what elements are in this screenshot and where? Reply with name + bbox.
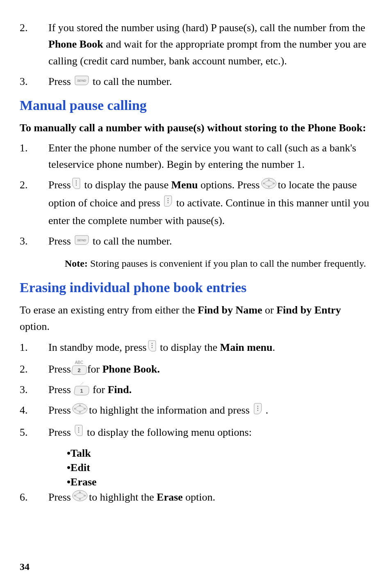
svg-point-18: [257, 408, 258, 409]
list3-item5: 5. Press to display the following menu o…: [20, 424, 371, 442]
text-bold: Find by Name: [198, 304, 262, 316]
svg-text:SEND: SEND: [77, 238, 86, 242]
text: or: [262, 304, 277, 316]
text: Press: [48, 404, 71, 416]
text-bold: Find by Entry: [276, 304, 341, 316]
intro-text: To erase an existing entry from either t…: [20, 302, 371, 335]
list-number: 1.: [20, 339, 48, 357]
text: to call the number.: [90, 235, 172, 247]
list-text: Press .-'1 for Find.: [48, 382, 371, 398]
text: to call the number.: [90, 76, 172, 87]
menu-right-key-icon: [253, 403, 262, 420]
list-text: PressABC2for Phone Book.: [48, 361, 371, 378]
heading-erasing: Erasing individual phone book entries: [20, 277, 371, 299]
text: to display the pause: [82, 179, 171, 191]
list3-item3: 3. Press .-'1 for Find.: [20, 382, 371, 398]
svg-point-2: [76, 183, 77, 183]
svg-text:1: 1: [80, 388, 83, 394]
bullet-edit: •Edit: [67, 460, 371, 475]
text: .: [273, 341, 275, 353]
svg-point-10: [152, 343, 152, 343]
text-bold: Phone Book: [48, 38, 103, 50]
page-content: 2. If you stored the number using (hard)…: [20, 20, 371, 507]
list-number: 1.: [20, 140, 48, 173]
text: Press: [48, 76, 73, 87]
svg-point-21: [78, 430, 79, 430]
text: To erase an existing entry from either t…: [20, 304, 198, 316]
bullet-list: •Talk •Edit •Erase: [67, 446, 371, 489]
nav-key-icon: [261, 177, 277, 194]
svg-point-3: [76, 185, 77, 185]
svg-point-19: [257, 410, 258, 411]
key-2-label: ABC: [75, 359, 84, 366]
text-bold: Erase: [157, 491, 183, 503]
note-text: Storing pauses is convenient if you plan…: [88, 258, 366, 269]
nav-key-icon: [72, 403, 88, 420]
heading-manual-pause: Manual pause calling: [20, 95, 371, 117]
list-number: 2.: [20, 177, 48, 229]
list-text: Press SEND to call the number.: [48, 233, 371, 250]
key-2-icon: ABC2: [71, 364, 87, 376]
svg-text:2: 2: [77, 367, 80, 373]
bullet-erase: •Erase: [67, 475, 371, 489]
page-number: 34: [20, 561, 30, 572]
subheading: To manually call a number with pause(s) …: [20, 120, 371, 136]
list-text: In standby mode, press to display the Ma…: [48, 339, 371, 357]
list2-item1: 1. Enter the phone number of the service…: [20, 140, 371, 173]
list-text: Press SEND to call the number.: [48, 73, 371, 91]
list-number: 5.: [20, 424, 48, 442]
key-1-label: .-': [80, 381, 83, 387]
menu-left-key-icon: [72, 177, 81, 194]
list-text: Press to display the pause Menu options.…: [48, 177, 371, 229]
menu-left-key-icon: [148, 340, 157, 357]
list-number: 2.: [20, 20, 48, 69]
note: Note: Storing pauses is convenient if yo…: [65, 256, 371, 271]
svg-point-20: [78, 428, 79, 428]
text: to highlight the: [89, 491, 157, 503]
text: Press: [48, 426, 73, 438]
svg-point-17: [257, 406, 258, 407]
svg-point-6: [168, 198, 168, 199]
list2-item2: 2. Press to display the pause Menu optio…: [20, 177, 371, 229]
nav-key-icon: [72, 490, 88, 507]
list2-item3: 3. Press SEND to call the number.: [20, 233, 371, 250]
list-number: 3.: [20, 382, 48, 398]
key-1-icon: .-'1: [73, 384, 90, 397]
text: Press: [48, 384, 73, 396]
text: for: [90, 384, 107, 396]
list-number: 4.: [20, 402, 48, 420]
svg-point-11: [152, 345, 152, 345]
list1-item3: 3. Press SEND to call the number.: [20, 73, 371, 91]
text: .: [263, 404, 268, 416]
text: In standby mode, press: [48, 341, 147, 353]
list-number: 6.: [20, 489, 48, 507]
list3-item1: 1. In standby mode, press to display the…: [20, 339, 371, 357]
text-bold: Main menu: [220, 341, 273, 353]
list3-item6: 6. Pressto highlight the Erase option.: [20, 489, 371, 507]
list-number: 2.: [20, 361, 48, 378]
list-text: Enter the phone number of the service yo…: [48, 140, 371, 173]
svg-point-7: [168, 200, 168, 201]
send-key-icon: SEND: [74, 234, 89, 250]
menu-left-key-icon: [74, 424, 83, 442]
text: to display the: [157, 341, 220, 353]
text: Press: [48, 491, 71, 503]
text: options. Press: [198, 179, 260, 191]
text: option.: [20, 320, 50, 332]
list-number: 3.: [20, 233, 48, 250]
list3-item2: 2. PressABC2for Phone Book.: [20, 361, 371, 378]
text: If you stored the number using (hard) P …: [48, 22, 365, 34]
list-number: 3.: [20, 73, 48, 91]
list-text: If you stored the number using (hard) P …: [48, 20, 371, 69]
list-text: Press to display the following menu opti…: [48, 424, 371, 442]
text: to display the following menu options:: [84, 426, 252, 438]
note-label: Note:: [65, 258, 88, 269]
svg-point-8: [168, 202, 168, 203]
text: option.: [183, 491, 215, 503]
svg-point-22: [78, 432, 79, 432]
text: to highlight the information and press: [89, 404, 252, 416]
menu-right-key-icon: [164, 195, 173, 212]
text: Press: [48, 363, 71, 375]
text: Press: [48, 179, 71, 191]
list-text: Pressto highlight the information and pr…: [48, 402, 371, 420]
